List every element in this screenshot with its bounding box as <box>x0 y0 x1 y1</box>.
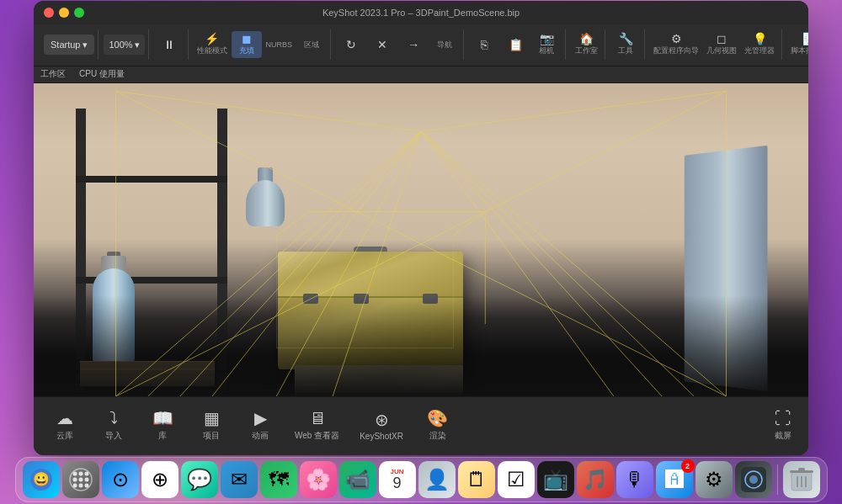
dock-icon-maps[interactable]: 🗺 <box>260 461 297 498</box>
dock-icon-mail[interactable]: ✉ <box>221 461 258 498</box>
dock-icon-safari[interactable]: ⊙ <box>102 461 139 498</box>
minimize-button[interactable] <box>59 8 69 18</box>
dock-icon-launchpad[interactable] <box>62 461 99 498</box>
library-icon: 📖 <box>152 410 173 427</box>
startup-button[interactable]: Startup ▾ <box>44 34 94 55</box>
workspace-icon: 🏠 <box>579 33 594 45</box>
project-button[interactable]: ▦ 项目 <box>190 406 232 445</box>
paste-button[interactable]: 📋 <box>500 31 530 58</box>
percent-button[interactable]: 100% ▾ <box>104 34 144 55</box>
maximize-button[interactable] <box>74 8 84 18</box>
dock-icon-settings[interactable]: ⚙ <box>695 461 733 498</box>
svg-point-28 <box>72 477 77 481</box>
project-icon: ▦ <box>204 410 220 427</box>
fullscreen-button[interactable]: ⛶ 截屏 <box>768 406 798 445</box>
webviewer-label: Web 查看器 <box>295 430 339 442</box>
startup-chevron: ▾ <box>83 40 88 50</box>
fullscreen-label: 截屏 <box>775 430 791 442</box>
fullscreen-icon: ⛶ <box>775 410 791 427</box>
paste-icon: 📋 <box>509 39 523 50</box>
dock-icon-trash[interactable] <box>783 461 820 498</box>
dock-icon-finder[interactable]: 😀 <box>23 461 60 498</box>
script-icon: 📝 <box>802 33 808 45</box>
geo-button[interactable]: ◻ 几何视图 <box>703 31 740 58</box>
toolbar: Startup ▾ 100% ▾ ⏸ ⚡ 性能模式 ◼ 充填 <box>34 24 808 66</box>
dock-icon-facetime[interactable]: 📹 <box>339 461 376 498</box>
light-button[interactable]: 💡 光管理器 <box>741 31 778 58</box>
script-group: 📝 脚本控制台 <box>784 29 808 60</box>
arrow-icon: → <box>408 39 419 50</box>
nav-arrow-button[interactable]: → <box>398 31 429 58</box>
cloud-library-button[interactable]: ☁ 云库 <box>44 406 86 445</box>
dock-icon-contacts[interactable]: 👤 <box>418 461 456 498</box>
dock-icon-podcasts[interactable]: 🎙 <box>616 461 653 498</box>
region-button[interactable]: 区域 <box>296 31 327 58</box>
toolbox-lid <box>278 252 463 298</box>
dock-icon-messages[interactable]: 💬 <box>181 461 218 498</box>
animation-label: 动画 <box>252 430 269 442</box>
library-button[interactable]: 📖 库 <box>141 406 184 445</box>
cloud-label: 云库 <box>56 430 73 442</box>
svg-point-32 <box>78 483 83 487</box>
keyshotxr-icon: ⊛ <box>375 411 389 428</box>
dock-icon-notes[interactable]: 🗒 <box>458 461 495 498</box>
config-button[interactable]: ⚙ 配置程序向导 <box>650 31 702 58</box>
workspace-label2[interactable]: 工作区 <box>40 68 66 80</box>
nav-refresh-button[interactable]: ↻ <box>336 31 366 58</box>
webviewer-button[interactable]: 🖥 Web 查看器 <box>288 406 346 445</box>
fill-icon: ◼ <box>242 33 252 45</box>
import-button[interactable]: ⤵ 导入 <box>93 406 135 445</box>
dock-icon-chrome[interactable]: ⊕ <box>141 461 179 498</box>
nurbs-button[interactable]: NURBS <box>263 31 296 58</box>
dock-icon-reminders[interactable]: ☑ <box>498 461 535 498</box>
tools-button[interactable]: 🔧 工具 <box>610 31 641 58</box>
dock-separator <box>777 464 778 495</box>
cam-icon: 📷 <box>540 33 554 45</box>
mode-group: ⚡ 性能模式 ◼ 充填 NURBS 区域 <box>190 29 332 60</box>
title-bar: KeyShot 2023.1 Pro – 3DPaint_DemoScene.b… <box>34 1 808 24</box>
nav-group: ↻ ✕ → 导航 <box>333 29 464 60</box>
dock-background: 😀⊙⊕💬✉🗺🌸📹JUN9👤🗒☑📺🎵🎙🅰2⚙ <box>15 457 828 502</box>
workspace-label: 工作室 <box>575 45 598 56</box>
dock-icon-appstore[interactable]: 🅰2 <box>656 461 693 498</box>
config-icon: ⚙ <box>671 33 682 45</box>
config-label: 配置程序向导 <box>653 45 699 56</box>
dock-icon-keyshot[interactable] <box>735 461 772 498</box>
light-icon: 💡 <box>753 33 767 45</box>
viewport[interactable] <box>34 83 808 396</box>
svg-rect-39 <box>798 468 805 471</box>
dock-icon-music[interactable]: 🎵 <box>577 461 614 498</box>
tools-group: 🔧 工具 <box>607 29 645 60</box>
dock-icon-appletv[interactable]: 📺 <box>537 461 574 498</box>
import-icon: ⤵ <box>109 410 118 427</box>
workspace-button[interactable]: 🏠 工作室 <box>571 31 601 58</box>
keyshotxr-button[interactable]: ⊛ KeyShotXR <box>353 408 410 444</box>
cloud-icon: ☁ <box>56 410 73 427</box>
render-button[interactable]: 🎨 渲染 <box>417 406 459 445</box>
x-icon: ✕ <box>377 39 387 50</box>
perf-icon: ⚡ <box>205 33 219 45</box>
geo-label: 几何视图 <box>706 45 737 56</box>
svg-point-27 <box>84 471 88 475</box>
script-label: 脚本控制台 <box>791 45 808 56</box>
fill-button[interactable]: ◼ 充填 <box>232 31 262 58</box>
pause-button[interactable]: ⏸ <box>154 31 184 58</box>
percent-group: 100% ▾ <box>100 29 148 60</box>
viewport-container[interactable] <box>34 83 808 396</box>
svg-point-26 <box>78 471 83 475</box>
shelf-plank-1 <box>76 176 227 183</box>
script-button[interactable]: 📝 脚本控制台 <box>787 31 808 58</box>
dock-icon-calendar[interactable]: JUN9 <box>379 461 416 498</box>
copy-button[interactable]: ⎘ <box>469 31 499 58</box>
close-button[interactable] <box>44 8 54 18</box>
startup-label: Startup <box>51 40 80 50</box>
shelf-bottle <box>244 167 286 226</box>
import-label: 导入 <box>105 430 122 442</box>
performance-button[interactable]: ⚡ 性能模式 <box>194 31 231 58</box>
tools-icon: 🔧 <box>619 33 633 45</box>
nav-button[interactable]: 导航 <box>429 31 460 58</box>
dock-icon-photos[interactable]: 🌸 <box>300 461 337 498</box>
cam-button[interactable]: 📷 相机 <box>531 31 562 58</box>
nav-x-button[interactable]: ✕ <box>367 31 397 58</box>
animation-button[interactable]: ▶ 动画 <box>239 406 281 445</box>
